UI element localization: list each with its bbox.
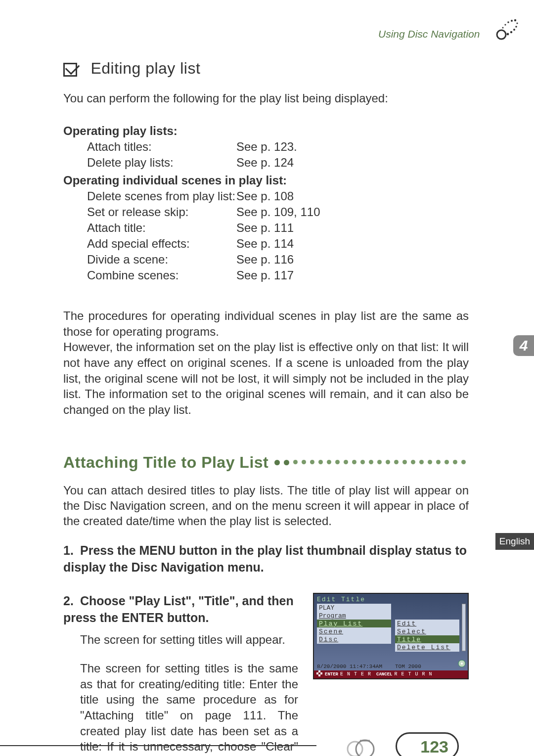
ss-menu-scene: Scene (317, 627, 391, 636)
svg-point-5 (514, 19, 516, 21)
step-2-note1: The screen for setting titles will appea… (63, 632, 298, 648)
table-row: Set or release skip:See p. 109, 110 (63, 205, 469, 219)
svg-point-18 (356, 740, 374, 756)
svg-rect-14 (318, 674, 320, 676)
step-2: 2.Choose "Play List", "Title", and then … (63, 593, 298, 626)
ss-menu-playlist: Play List (317, 620, 391, 628)
nav-icon (316, 670, 323, 678)
section-heading-text: Editing play list (90, 59, 200, 77)
ss-enter-key: ENTER (325, 672, 338, 677)
svg-rect-15 (316, 672, 318, 674)
header-section-label: Using Disc Navigation (378, 28, 480, 40)
section-intro: You can perform the following for the pl… (63, 91, 469, 105)
step-1: 1.Press the MENU button in the play list… (63, 542, 469, 576)
step-number: 2. (63, 593, 80, 610)
svg-point-4 (511, 20, 513, 22)
ss-menu-program: Program (317, 612, 391, 620)
explain-para: The procedures for operating individual … (63, 308, 469, 418)
row-label: Set or release skip: (63, 205, 236, 219)
ss-sub-select: Select (395, 627, 459, 636)
ss-cancel-key: CANCEL (376, 672, 392, 677)
svg-point-10 (507, 33, 509, 36)
svg-point-6 (516, 22, 518, 24)
ss-sub-edit: Edit (395, 620, 459, 628)
ui-screenshot: Edit Title PLAY Program Play List Scene … (313, 593, 469, 756)
checkbox-icon (63, 63, 77, 77)
row-ref: See p. 109, 110 (236, 205, 320, 219)
row-label: Combine scenes: (63, 268, 236, 282)
disc-icon (458, 660, 466, 669)
ss-menu-disc: Disc (317, 635, 391, 644)
svg-point-12 (461, 663, 463, 665)
row-ref: See p. 124 (236, 156, 294, 170)
ss-sub-delete: Delete List (395, 643, 459, 652)
table-row: Add special effects:See p. 114 (63, 237, 469, 251)
footer-rule (0, 745, 316, 746)
ss-footer-bar: ENTER E N T E R CANCEL R E T U R N (314, 670, 468, 678)
header-decor-icon (491, 14, 520, 44)
footer-circles-icon (346, 735, 386, 756)
step-1-text: Press the MENU button in the play list t… (63, 543, 467, 574)
row-label: Add special effects: (63, 237, 236, 251)
svg-point-8 (513, 29, 515, 31)
row-ref: See p. 117 (236, 268, 294, 282)
ss-menu-play: PLAY (317, 604, 391, 612)
language-tab: English (495, 533, 534, 550)
svg-rect-16 (320, 672, 322, 674)
svg-point-9 (510, 31, 512, 33)
ss-enter-lbl: E N T E R (340, 671, 371, 677)
row-ref: See p. 111 (236, 221, 294, 235)
row-label: Attach title: (63, 221, 236, 235)
row-ref: See p. 114 (236, 237, 294, 251)
svg-rect-13 (318, 670, 320, 672)
ss-title: Edit Title (317, 596, 365, 603)
svg-point-7 (515, 26, 517, 28)
ss-datetime: 8/20/2000 11:47:34AM (317, 664, 382, 669)
step-2-text: Choose "Play List", "Title", and then pr… (63, 594, 294, 624)
table-row: Delete scenes from play list:See p. 108 (63, 189, 469, 203)
table-row: Combine scenes:See p. 117 (63, 268, 469, 282)
explain-p1: The procedures for operating individual … (63, 309, 469, 338)
svg-point-2 (504, 24, 506, 25)
attach-heading: Attaching Title to Play List (63, 453, 469, 472)
svg-point-1 (502, 27, 504, 29)
row-ref: See p. 116 (236, 253, 294, 267)
ss-titleval: TOM 2000 (395, 664, 421, 669)
table-row: Divide a scene:See p. 116 (63, 253, 469, 267)
scene-heading: Operating individual scenes in play list… (63, 174, 469, 187)
attach-heading-text: Attaching Title to Play List (63, 453, 268, 472)
row-label: Delete scenes from play list: (63, 189, 236, 203)
ss-cancel-lbl: R E T U R N (394, 671, 432, 677)
table-row: Attach titles: See p. 123. (63, 140, 469, 154)
attach-intro: You can attach desired titles to play li… (63, 483, 469, 529)
svg-point-3 (507, 21, 509, 23)
row-label: Attach titles: (63, 140, 236, 154)
step-number: 1. (63, 542, 80, 559)
row-ref: See p. 123. (236, 140, 297, 154)
section-heading: Editing play list (63, 59, 469, 78)
explain-p2: However, the information set on the play… (63, 340, 469, 416)
step-2-note2: The screen for setting titles is the sam… (63, 661, 298, 756)
table-row: Delete play lists: See p. 124 (63, 156, 469, 170)
row-label: Divide a scene: (63, 253, 236, 267)
svg-point-0 (497, 30, 506, 39)
heading-dots-icon (274, 460, 466, 465)
ss-sub-title: Title (395, 635, 459, 644)
ss-scrollbar (462, 604, 466, 651)
oplist-heading: Operating play lists: (63, 124, 469, 138)
row-label: Delete play lists: (63, 156, 236, 170)
row-ref: See p. 108 (236, 189, 294, 203)
page-number: 123 (396, 732, 459, 756)
table-row: Attach title:See p. 111 (63, 221, 469, 235)
svg-point-17 (348, 742, 362, 756)
chapter-tab: 4 (513, 335, 534, 356)
